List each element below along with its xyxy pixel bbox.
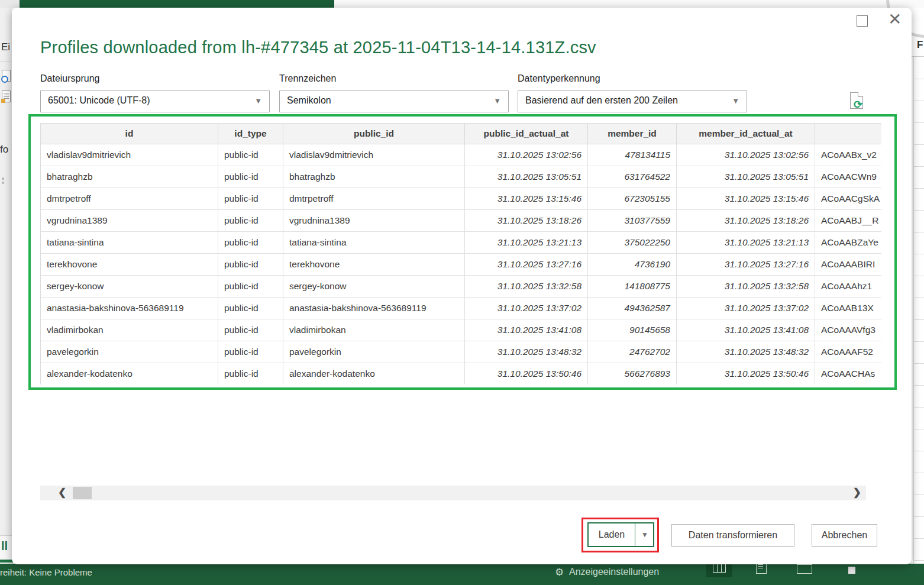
zoom-slider-handle[interactable]: [848, 567, 855, 574]
table-row: vladislav9dmitrievichpublic-idvladislav9…: [41, 144, 881, 166]
table-cell: 631764522: [588, 166, 677, 188]
table-cell: sergey-konow: [41, 276, 218, 298]
horizontal-scrollbar[interactable]: ❮ ❯: [40, 486, 866, 500]
table-cell: 31.10.2025 13:15:46: [465, 188, 588, 210]
column-header-public_id_actual_at: public_id_actual_at: [465, 124, 588, 144]
worksheet-gridline: [913, 473, 924, 473]
table-row: bhatraghzbpublic-idbhatraghzb31.10.2025 …: [41, 166, 881, 188]
table-cell: 375022250: [588, 232, 677, 254]
ribbon-label-fragment: Ei: [1, 41, 10, 53]
table-cell: vladimirbokan: [41, 319, 218, 341]
type-detection-select[interactable]: Basierend auf den ersten 200 Zeilen ▼: [518, 91, 747, 112]
worksheet-gridline: [913, 166, 924, 167]
table-cell: 31.10.2025 13:41:08: [465, 319, 588, 341]
table-cell: 31.10.2025 13:05:51: [677, 166, 815, 188]
table-cell: public-id: [218, 232, 283, 254]
table-cell: public-id: [218, 276, 283, 298]
table-cell: anastasia-bakshinova-563689119: [283, 298, 465, 319]
display-settings-icon: ⚙: [555, 566, 564, 578]
table-cell: 31.10.2025 13:18:26: [677, 210, 815, 232]
table-cell: 672305155: [588, 188, 677, 210]
worksheet-gridline: [913, 210, 924, 211]
worksheet-gridline: [913, 451, 924, 451]
worksheet-gridline: [913, 385, 924, 386]
data-preview-table: idid_typepublic_idpublic_id_actual_atmem…: [40, 123, 881, 384]
table-cell: 31.10.2025 13:18:26: [465, 210, 588, 232]
table-cell: public-id: [218, 363, 283, 384]
table-cell: 31.10.2025 13:02:56: [465, 144, 588, 166]
delimiter-label: Trennzeichen: [279, 73, 336, 84]
maximize-button[interactable]: [857, 15, 868, 27]
ribbon-label-fragment-2: fo: [0, 144, 8, 156]
table-cell: ACoAACHAs: [815, 363, 881, 384]
table-cell: 478134115: [588, 144, 677, 166]
table-cell: 31.10.2025 13:48:32: [465, 341, 588, 363]
sheet-tab[interactable]: ll: [0, 535, 13, 564]
worksheet-gridline: [913, 101, 924, 101]
worksheet-gridline: [913, 79, 924, 79]
load-split-button[interactable]: Laden ▼: [587, 522, 654, 547]
table-cell: vgrudnina1389: [283, 210, 465, 232]
table-row: dmtrpetroffpublic-iddmtrpetroff31.10.202…: [41, 188, 881, 210]
worksheet-gridline: [913, 188, 924, 189]
load-button[interactable]: Laden: [589, 523, 635, 546]
table-row: vgrudnina1389public-idvgrudnina138931.10…: [41, 210, 881, 232]
refresh-preview-icon[interactable]: ⟳: [850, 92, 865, 111]
table-cell: ACoAABx_v2: [815, 144, 881, 166]
transform-data-button[interactable]: Daten transformieren: [671, 524, 794, 547]
table-cell: public-id: [218, 166, 283, 188]
table-row: tatiana-sintinapublic-idtatiana-sintina3…: [41, 232, 881, 254]
table-row: pavelegorkinpublic-idpavelegorkin31.10.2…: [41, 341, 881, 363]
table-cell: 31.10.2025 13:05:51: [465, 166, 588, 188]
table-cell: pavelegorkin: [283, 341, 465, 363]
dialog-title: Profiles downloaded from lh-#477345 at 2…: [40, 38, 596, 57]
column-header-member_id_actual_at: member_id_actual_at: [677, 124, 815, 144]
worksheet-gridline: [913, 254, 924, 254]
table-cell: vladimirbokan: [283, 319, 465, 341]
table-cell: ACoAABZaYe: [815, 232, 881, 254]
table-cell: 31.10.2025 13:21:13: [465, 232, 588, 254]
table-cell: tatiana-sintina: [283, 232, 465, 254]
close-button[interactable]: ✕: [888, 11, 902, 28]
load-dropdown-icon[interactable]: ▼: [635, 523, 654, 546]
type-detection-value: Basierend auf den ersten 200 Zeilen: [525, 95, 678, 106]
worksheet-gridline: [913, 407, 924, 408]
table-cell: 31.10.2025 13:41:08: [677, 319, 815, 341]
table-row: terekhovonepublic-idterekhovone31.10.202…: [41, 254, 881, 276]
column-header-blank: [815, 124, 881, 144]
ribbon-divider: [0, 62, 11, 62]
excel-titlebar-left: [0, 0, 20, 8]
table-cell: 31.10.2025 13:27:16: [677, 254, 815, 276]
table-cell: alexander-kodatenko: [41, 363, 218, 384]
table-cell: public-id: [218, 341, 283, 363]
sheet-tab-label: ll: [1, 539, 8, 553]
scroll-right-icon[interactable]: ❯: [853, 486, 861, 499]
table-cell: 310377559: [588, 210, 677, 232]
sheet-tab-underline: [0, 560, 13, 563]
table-cell: pavelegorkin: [41, 341, 218, 363]
worksheet-gridline: [913, 122, 924, 123]
cancel-button[interactable]: Abbrechen: [812, 524, 877, 547]
table-cell: public-id: [218, 188, 283, 210]
delimiter-select[interactable]: Semikolon ▼: [279, 91, 509, 112]
table-cell: vladislav9dmitrievich: [283, 144, 465, 166]
table-row: vladimirbokanpublic-idvladimirbokan31.10…: [41, 319, 881, 341]
table-cell: alexander-kodatenko: [283, 363, 465, 384]
file-origin-select[interactable]: 65001: Unicode (UTF-8) ▼: [40, 91, 270, 112]
table-cell: 31.10.2025 13:27:16: [465, 254, 588, 276]
scroll-left-icon[interactable]: ❮: [58, 486, 66, 499]
table-cell: public-id: [218, 210, 283, 232]
column-header-id_type: id_type: [218, 124, 283, 144]
table-cell: ACoAAABIRI: [815, 254, 881, 276]
table-cell: 24762702: [588, 341, 677, 363]
display-settings-button[interactable]: Anzeigeeinstellungen: [569, 567, 659, 577]
table-cell: ACoAAB13X: [815, 298, 881, 319]
scrollbar-thumb[interactable]: [73, 487, 92, 499]
column-header-id: id: [41, 124, 218, 144]
table-cell: anastasia-bakshinova-563689119: [41, 298, 218, 319]
worksheet-gridline: [913, 298, 924, 298]
table-cell: 31.10.2025 13:48:32: [677, 341, 815, 363]
table-cell: 494362587: [588, 298, 677, 319]
table-cell: vgrudnina1389: [41, 210, 218, 232]
table-row: alexander-kodatenkopublic-idalexander-ko…: [41, 363, 881, 384]
